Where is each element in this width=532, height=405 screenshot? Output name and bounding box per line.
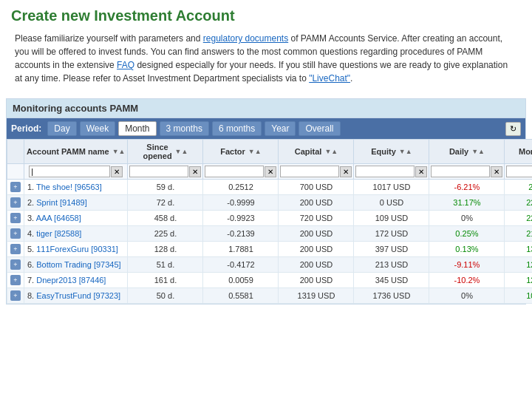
intro-text: Please familiarize yourself with paramet…	[11, 32, 521, 85]
period-year-button[interactable]: Year	[265, 121, 296, 136]
account-link[interactable]: Dnepr2013 [87446]	[36, 276, 106, 285]
row-expand-icon[interactable]: +	[10, 213, 21, 223]
row-expand-icon[interactable]: +	[10, 197, 21, 208]
th-equity-sort[interactable]: ▼▲	[399, 148, 412, 155]
row-capital: 200 USD	[279, 257, 354, 273]
th-factor-sort[interactable]: ▼▲	[248, 148, 262, 155]
period-overall-button[interactable]: Overall	[299, 121, 340, 136]
th-monthly[interactable]: Monthly ▼▲	[505, 140, 532, 164]
row-expand-icon[interactable]: +	[10, 275, 21, 285]
row-number: 7.	[27, 276, 36, 285]
filter-since-input[interactable]	[129, 166, 188, 177]
period-3months-button[interactable]: 3 months	[160, 121, 209, 136]
row-expand-icon[interactable]: +	[10, 259, 21, 270]
th-account[interactable]: Account PAMM name ▼▲	[24, 140, 128, 164]
filter-icon-cell	[7, 164, 24, 180]
row-account-cell: 8. EasyTrustFund [97323]	[24, 288, 128, 304]
th-factor[interactable]: Factor ▼▲	[203, 140, 279, 164]
th-since-label: Sinceopened	[143, 143, 171, 160]
row-expand-icon[interactable]: +	[10, 228, 21, 239]
row-monthly: 229.49%	[505, 195, 532, 211]
filter-capital-clear[interactable]: ✕	[340, 166, 352, 177]
period-month-button[interactable]: Month	[118, 121, 156, 136]
period-label: Period:	[11, 123, 41, 134]
filter-equity-clear[interactable]: ✕	[415, 166, 427, 177]
row-expand-icon[interactable]: +	[10, 244, 21, 254]
row-account-cell: 6. Bottom Trading [97345]	[24, 257, 128, 273]
row-monthly: 276.5%	[505, 180, 532, 195]
filter-account-input[interactable]	[29, 166, 110, 177]
regulatory-docs-link[interactable]: regulatory documents	[203, 33, 288, 44]
row-expand-icon[interactable]: +	[10, 182, 21, 192]
row-equity: 1017 USD	[354, 180, 429, 195]
row-number: 8.	[27, 291, 36, 300]
monitoring-header: Monitoring accounts PAMM	[7, 99, 525, 118]
th-since[interactable]: Sinceopened ▼▲	[128, 140, 203, 164]
filter-factor-input[interactable]	[205, 166, 264, 177]
row-factor: 0.2512	[203, 180, 279, 195]
row-account-cell: 5. 111ForexGuru [90331]	[24, 242, 128, 257]
account-link[interactable]: tiger [82588]	[36, 229, 81, 238]
account-link[interactable]: AAA [64658]	[36, 214, 81, 222]
account-link[interactable]: Sprint [91489]	[36, 198, 87, 207]
table-row: + 4. tiger [82588] 225 d. -0.2139 200 US…	[7, 226, 533, 242]
faq-link[interactable]: FAQ	[117, 60, 134, 70]
filter-capital-input[interactable]	[280, 166, 339, 177]
th-account-sort[interactable]: ▼▲	[112, 148, 126, 155]
row-account-cell: 2. Sprint [91489]	[24, 195, 128, 211]
refresh-button[interactable]: ↻	[505, 122, 521, 136]
row-equity: 109 USD	[354, 211, 429, 226]
filter-since-cell: ✕	[128, 164, 203, 180]
row-since: 72 d.	[128, 195, 203, 211]
row-daily: 0.13%	[429, 242, 505, 257]
th-capital[interactable]: Capital ▼▲	[279, 140, 354, 164]
row-number: 6.	[27, 260, 36, 269]
table-row: + 3. AAA [64658] 458 d. -0.9923 720 USD …	[7, 211, 533, 226]
period-6months-button[interactable]: 6 months	[212, 121, 262, 136]
row-number: 2.	[27, 198, 36, 207]
filter-daily-clear[interactable]: ✕	[491, 166, 502, 177]
row-equity: 0 USD	[354, 195, 429, 211]
intro-part4: .	[350, 73, 352, 84]
row-daily: -10.2%	[429, 273, 505, 288]
filter-factor-clear[interactable]: ✕	[265, 166, 276, 177]
account-link[interactable]: EasyTrustFund [97323]	[36, 291, 120, 300]
period-week-button[interactable]: Week	[80, 121, 115, 136]
filter-account-clear[interactable]: ✕	[111, 166, 123, 177]
row-monthly: 228.38%	[505, 211, 532, 226]
row-since: 59 d.	[128, 180, 203, 195]
th-capital-sort[interactable]: ▼▲	[324, 148, 338, 155]
livechat-link[interactable]: "LiveChat"	[309, 73, 350, 84]
row-number: 1.	[27, 183, 36, 191]
row-since: 161 d.	[128, 273, 203, 288]
row-expand-icon[interactable]: +	[10, 290, 21, 301]
account-link[interactable]: 111ForexGuru [90331]	[36, 245, 118, 253]
th-factor-label: Factor	[220, 147, 245, 156]
row-icon-cell: +	[7, 273, 24, 288]
account-link[interactable]: The shoe! [96563]	[36, 183, 102, 191]
th-since-sort[interactable]: ▼▲	[175, 148, 188, 155]
row-since: 128 d.	[128, 242, 203, 257]
table-row: + 6. Bottom Trading [97345] 51 d. -0.417…	[7, 257, 533, 273]
period-day-button[interactable]: Day	[47, 121, 76, 136]
filter-daily-input[interactable]	[431, 166, 490, 177]
filter-capital-cell: ✕	[279, 164, 354, 180]
row-account-cell: 7. Dnepr2013 [87446]	[24, 273, 128, 288]
account-link[interactable]: Bottom Trading [97345]	[36, 260, 120, 269]
filter-since-clear[interactable]: ✕	[189, 166, 201, 177]
filter-monthly-input[interactable]	[506, 166, 532, 177]
row-number: 3.	[27, 214, 36, 222]
th-daily[interactable]: Daily ▼▲	[429, 140, 505, 164]
th-account-label: Account PAMM name	[27, 147, 109, 156]
filter-equity-input[interactable]	[355, 166, 415, 177]
row-icon-cell: +	[7, 242, 24, 257]
table-row: + 7. Dnepr2013 [87446] 161 d. 0.0059 200…	[7, 273, 533, 288]
row-since: 51 d.	[128, 257, 203, 273]
filter-daily-cell: ✕	[429, 164, 505, 180]
table-row: + 2. Sprint [91489] 72 d. -0.9999 200 US…	[7, 195, 533, 211]
th-daily-sort[interactable]: ▼▲	[471, 148, 485, 155]
th-equity[interactable]: Equity ▼▲	[354, 140, 429, 164]
row-capital: 720 USD	[279, 211, 354, 226]
row-capital: 200 USD	[279, 242, 354, 257]
row-since: 458 d.	[128, 211, 203, 226]
